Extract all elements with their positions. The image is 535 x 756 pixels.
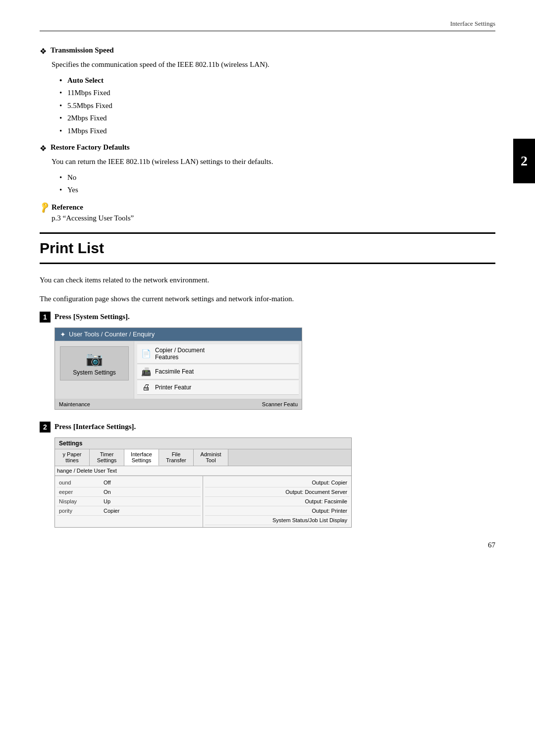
step2-container: 2 Press [Interface Settings]. Settings y… xyxy=(40,422,495,528)
ui-bottom-maintenance: Maintenance xyxy=(59,401,90,407)
settings-label-display: Nisplay xyxy=(59,498,104,504)
settings-value-sound: Off xyxy=(104,480,199,486)
ui-left-panel: 📷 System Settings xyxy=(55,341,134,399)
settings-row-display: Nisplay Up xyxy=(57,497,201,506)
step1-heading: 1 Press [System Settings]. xyxy=(40,312,495,323)
header-title: Interface Settings xyxy=(450,20,495,28)
settings-right-row-status: System Status/Job List Display xyxy=(205,516,349,525)
fax-icon: 📠 xyxy=(141,367,151,377)
camera-icon: 📷 xyxy=(86,351,103,367)
settings-full-row-change: hange / Delete User Text xyxy=(55,466,351,476)
settings-tab-timer[interactable]: TimerSettings xyxy=(90,449,124,466)
list-item-55mbps: 5.5Mbps Fixed xyxy=(59,100,495,112)
step2-label: Press [Interface Settings]. xyxy=(54,423,136,431)
reference-heading: 🔑 Reference xyxy=(40,203,495,212)
settings-title-bar: Settings xyxy=(55,438,351,449)
ui-menu-item-printer[interactable]: 🖨 Printer Featur xyxy=(137,380,299,395)
settings-right-row-fax: Output: Facsimile xyxy=(205,497,349,506)
print-list-desc1: You can check items related to the netwo… xyxy=(40,274,495,286)
transmission-speed-heading: ❖ Transmission Speed xyxy=(40,46,495,56)
ui-title-text: User Tools / Counter / Enquiry xyxy=(69,330,155,338)
step2-heading: 2 Press [Interface Settings]. xyxy=(40,422,495,432)
ui-menu-item-fax[interactable]: 📠 Facsimile Feat xyxy=(137,365,299,379)
ui-menu-item-copier[interactable]: 📄 Copier / DocumentFeatures xyxy=(137,344,299,364)
step1-number: 1 xyxy=(40,312,51,323)
compass-icon: ✦ xyxy=(60,330,66,338)
settings-ui: Settings y Paperttines TimerSettings Int… xyxy=(54,437,352,528)
transmission-speed-list: Auto Select 11Mbps Fixed 5.5Mbps Fixed 2… xyxy=(59,74,495,138)
reference-text: p.3 “Accessing User Tools” xyxy=(52,214,495,222)
user-tools-ui: ✦ User Tools / Counter / Enquiry 📷 Syste… xyxy=(54,327,302,410)
ui-menu-copier-label: Copier / DocumentFeatures xyxy=(155,347,205,361)
print-list-title: Print List xyxy=(40,240,104,256)
page-container: Interface Settings 2 ❖ Transmission Spee… xyxy=(0,0,535,569)
list-item-no: No xyxy=(59,171,495,184)
restore-factory-list: No Yes xyxy=(59,171,495,197)
restore-factory-title: Restore Factory Defaults xyxy=(51,143,130,152)
side-tab-number: 2 xyxy=(513,139,535,183)
settings-value-priority: Copier xyxy=(104,508,199,514)
ui-bottom-bar: Maintenance Scanner Featu xyxy=(55,399,302,409)
settings-right-row-docserver: Output: Document Server xyxy=(205,487,349,497)
settings-body: ound Off eeper On Nisplay Up pority Copi… xyxy=(55,476,351,527)
step1-label: Press [System Settings]. xyxy=(54,313,130,321)
settings-label-beeper: eeper xyxy=(59,489,104,495)
transmission-speed-desc: Specifies the communication speed of the… xyxy=(52,59,495,70)
settings-row-beeper: eeper On xyxy=(57,487,201,497)
settings-value-beeper: On xyxy=(104,489,199,495)
settings-right-row-copier: Output: Copier xyxy=(205,478,349,487)
copier-icon: 📄 xyxy=(141,349,151,358)
diamond-bullet-1: ❖ xyxy=(40,47,47,56)
ui-menu-printer-label: Printer Featur xyxy=(155,384,191,391)
settings-label-sound: ound xyxy=(59,480,104,486)
reference-section: 🔑 Reference p.3 “Accessing User Tools” xyxy=(40,203,495,222)
step1-container: 1 Press [System Settings]. ✦ User Tools … xyxy=(40,312,495,410)
ui-bottom-scanner: Scanner Featu xyxy=(262,401,298,407)
settings-row-sound: ound Off xyxy=(57,478,201,487)
restore-factory-desc: You can return the IEEE 802.11b (wireles… xyxy=(52,156,495,167)
ui-content: 📷 System Settings 📄 Copier / DocumentFea… xyxy=(55,341,302,399)
print-list-section: Print List xyxy=(40,232,495,264)
list-item-yes: Yes xyxy=(59,184,495,197)
ui-system-settings-label: System Settings xyxy=(73,369,116,376)
settings-right-row-printer: Output: Printer xyxy=(205,506,349,516)
settings-label-priority: pority xyxy=(59,508,104,514)
top-header: Interface Settings xyxy=(40,20,495,31)
diamond-bullet-2: ❖ xyxy=(40,144,47,153)
key-icon: 🔑 xyxy=(38,201,52,214)
list-item-auto: Auto Select xyxy=(59,74,495,87)
settings-tab-interface[interactable]: InterfaceSettings xyxy=(124,449,159,466)
print-list-desc2: The configuration page shows the current… xyxy=(40,293,495,305)
list-item-11mbps: 11Mbps Fixed xyxy=(59,87,495,100)
ui-system-settings[interactable]: 📷 System Settings xyxy=(60,346,129,380)
settings-right: Output: Copier Output: Document Server O… xyxy=(203,476,351,527)
list-item-2mbps: 2Mbps Fixed xyxy=(59,112,495,125)
ui-title-bar: ✦ User Tools / Counter / Enquiry xyxy=(55,328,302,341)
reference-label: Reference xyxy=(52,203,83,212)
settings-tabs: y Paperttines TimerSettings InterfaceSet… xyxy=(55,449,351,466)
restore-factory-heading: ❖ Restore Factory Defaults xyxy=(40,143,495,153)
settings-left: ound Off eeper On Nisplay Up pority Copi… xyxy=(55,476,203,527)
settings-tab-paper[interactable]: y Paperttines xyxy=(55,449,90,466)
settings-tab-file[interactable]: FileTransfer xyxy=(159,449,194,466)
settings-row-priority: pority Copier xyxy=(57,506,201,516)
printer-icon: 🖨 xyxy=(141,383,151,392)
ui-right-panel: 📄 Copier / DocumentFeatures 📠 Facsimile … xyxy=(134,341,302,399)
settings-tab-admin[interactable]: AdministTool xyxy=(194,449,228,466)
step2-number: 2 xyxy=(40,422,51,432)
transmission-speed-title: Transmission Speed xyxy=(51,46,114,54)
settings-value-display: Up xyxy=(104,498,199,504)
page-number: 67 xyxy=(488,541,495,549)
list-item-1mbps: 1Mbps Fixed xyxy=(59,125,495,138)
ui-menu-fax-label: Facsimile Feat xyxy=(155,368,194,375)
